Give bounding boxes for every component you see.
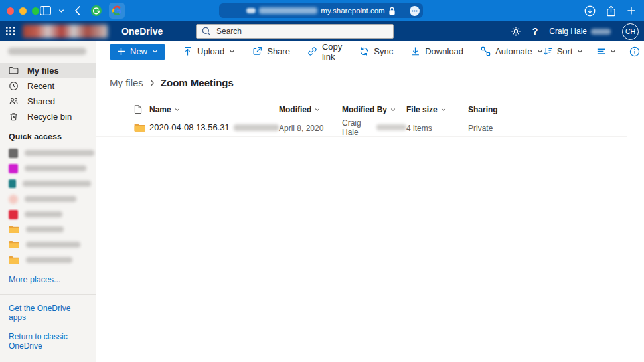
quick-access-item[interactable] — [0, 161, 96, 176]
file-list-header: Name Modified Modified By — [96, 101, 627, 118]
chevron-right-icon — [149, 79, 155, 87]
recycle-bin-icon — [9, 112, 19, 122]
downloads-icon[interactable] — [584, 5, 596, 17]
back-button-icon[interactable] — [74, 5, 81, 16]
redacted-site-name — [25, 211, 62, 217]
quick-access-item[interactable] — [0, 145, 96, 161]
automate-icon — [481, 46, 491, 56]
chevron-down-icon — [390, 107, 396, 112]
sidebar-item-my-files[interactable]: My files — [0, 63, 96, 78]
site-logo-icon — [9, 210, 18, 219]
column-header-name[interactable]: Name — [149, 105, 180, 114]
new-tab-icon[interactable] — [627, 6, 636, 15]
folder-icon — [134, 123, 145, 132]
redacted-folder-name — [26, 242, 80, 248]
new-button[interactable]: New — [110, 44, 165, 60]
quick-access-item[interactable] — [0, 207, 96, 222]
info-icon[interactable] — [629, 46, 640, 57]
redacted-file-name-suffix — [234, 124, 279, 131]
file-browser: My files Zoom Meetings Name Modified — [96, 62, 644, 362]
copy-link-icon — [307, 46, 317, 56]
quick-access-item[interactable] — [0, 237, 96, 252]
quick-access-title: Quick access — [9, 132, 96, 141]
get-onedrive-apps-link[interactable]: Get the OneDrive apps — [9, 304, 88, 322]
share-page-icon[interactable] — [606, 5, 616, 17]
more-places-link[interactable]: More places... — [9, 275, 96, 284]
search-input[interactable] — [216, 27, 388, 36]
redacted-site-name — [23, 181, 91, 187]
file-name[interactable]: 2020-04-08 13.56.31 — [149, 122, 230, 132]
column-header-modified[interactable]: Modified — [279, 105, 342, 114]
help-icon[interactable]: ? — [532, 26, 538, 37]
browser-chrome: my.sharepoint.com — [0, 0, 644, 21]
column-header-sharing[interactable]: Sharing — [468, 105, 627, 114]
quick-access-item[interactable] — [0, 191, 96, 207]
lock-icon — [388, 7, 396, 15]
redacted-org-logo — [23, 25, 108, 38]
return-to-classic-link[interactable]: Return to classic OneDrive — [9, 332, 88, 351]
zoom-window-button[interactable] — [32, 7, 39, 15]
folder-icon — [9, 66, 19, 76]
quick-access-item[interactable] — [0, 176, 96, 191]
automate-button[interactable]: Automate — [481, 46, 543, 56]
folder-icon — [9, 225, 19, 234]
close-window-button[interactable] — [7, 7, 14, 15]
sidebar-toggle-icon[interactable] — [40, 6, 51, 15]
search-bar[interactable] — [196, 24, 394, 39]
download-button[interactable]: Download — [410, 46, 463, 56]
app-title: OneDrive — [121, 21, 163, 41]
quick-access-item[interactable] — [0, 222, 96, 237]
sidebar-item-recent[interactable]: Recent — [0, 78, 96, 94]
search-icon — [202, 27, 211, 36]
plus-icon — [117, 47, 125, 56]
sidebar-item-shared[interactable]: Shared — [0, 94, 96, 109]
breadcrumb-current-folder: Zoom Meetings — [161, 77, 234, 88]
suite-header: OneDrive ? Craig Hale CH — [0, 21, 644, 41]
google-favicon-icon[interactable] — [109, 3, 125, 19]
redacted-folder-name — [26, 257, 72, 263]
address-bar[interactable]: my.sharepoint.com — [219, 3, 423, 18]
redacted-modified-by-suffix — [376, 124, 406, 130]
view-options-button[interactable] — [596, 46, 616, 56]
file-list: Name Modified Modified By — [96, 101, 627, 137]
minimize-window-button[interactable] — [19, 7, 27, 15]
sidebar-footer: Get the OneDrive apps Return to classic … — [0, 294, 96, 362]
sync-button[interactable]: Sync — [359, 46, 393, 56]
extension-badge-icon[interactable] — [410, 6, 420, 16]
file-size: 4 items — [406, 124, 432, 133]
avatar[interactable]: CH — [622, 23, 639, 40]
tab-overview-chevron-icon[interactable] — [58, 8, 64, 14]
shared-icon — [9, 96, 19, 106]
chevron-down-icon — [610, 48, 616, 54]
chevron-down-icon — [315, 107, 320, 112]
redacted-owner-name — [8, 48, 86, 55]
redacted-user-suffix — [591, 29, 611, 35]
window-controls — [7, 0, 39, 21]
chevron-down-icon — [175, 107, 180, 112]
column-header-modified-by[interactable]: Modified By — [342, 105, 396, 114]
chevron-down-icon — [152, 48, 158, 54]
breadcrumb: My files Zoom Meetings — [110, 77, 234, 88]
grammarly-extension-icon[interactable] — [91, 5, 102, 16]
sort-button[interactable]: Sort — [543, 46, 583, 56]
sidebar-item-recycle-bin[interactable]: Recycle bin — [0, 109, 96, 124]
upload-icon — [183, 46, 193, 56]
chevron-down-icon — [229, 48, 235, 54]
share-button[interactable]: Share — [252, 46, 290, 56]
column-header-file-size[interactable]: File size — [406, 105, 468, 114]
site-logo-icon — [9, 195, 18, 204]
copy-link-button[interactable]: Copy link — [307, 42, 342, 62]
file-row[interactable]: 2020-04-08 13.56.31 April 8, 2020 Craig … — [96, 118, 627, 137]
upload-button[interactable]: Upload — [183, 46, 235, 56]
file-sharing-status: Private — [468, 124, 493, 133]
breadcrumb-my-files[interactable]: My files — [110, 77, 143, 88]
redacted-site-name — [25, 196, 76, 202]
quick-access-item[interactable] — [0, 252, 96, 268]
share-icon — [252, 46, 262, 56]
onedrive-window: my.sharepoint.com OneDrive — [0, 0, 644, 362]
settings-gear-icon[interactable] — [511, 26, 521, 37]
app-launcher-icon[interactable] — [6, 27, 15, 35]
sort-icon — [543, 46, 553, 56]
redacted-folder-name — [26, 226, 64, 232]
list-view-icon — [596, 46, 606, 56]
